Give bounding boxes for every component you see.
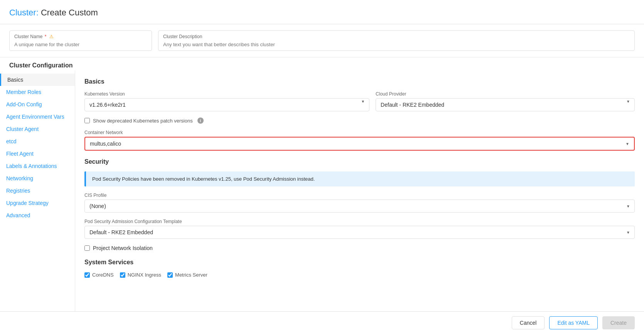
show-deprecated-checkbox[interactable] [84, 118, 90, 123]
sidebar-item-upgrade-strategy[interactable]: Upgrade Strategy [0, 197, 75, 209]
metrics-server-checkbox[interactable] [167, 272, 173, 278]
sidebar-item-labels-annotations[interactable]: Labels & Annotations [0, 160, 75, 172]
k8s-cloud-row: Kubernetes Version v1.26.6+rke2r1 Cloud … [84, 91, 635, 111]
cluster-name-input[interactable] [14, 42, 147, 47]
container-network-label: Container Network [84, 130, 635, 135]
warning-icon: ⚠ [49, 34, 54, 39]
cluster-config-label: Cluster Configuration [0, 57, 644, 70]
security-section-title: Security [84, 158, 635, 165]
security-info-banner: Pod Security Policies have been removed … [84, 171, 635, 186]
project-network-label: Project Network Isolation [93, 245, 153, 251]
sidebar-item-member-roles[interactable]: Member Roles [0, 86, 75, 98]
cloud-provider-wrapper: Cloud Provider Default - RKE2 Embedded [376, 91, 635, 111]
title-suffix: Create Custom [41, 8, 98, 17]
page-title: Cluster: Create Custom [9, 8, 635, 18]
cloud-provider-label: Cloud Provider [376, 91, 635, 97]
cluster-description-input[interactable] [163, 42, 630, 47]
kubernetes-version-label: Kubernetes Version [84, 91, 369, 97]
sidebar-item-basics[interactable]: Basics [0, 74, 75, 86]
security-divider: Security Pod Security Policies have been… [84, 158, 635, 251]
content-area: Basics Member Roles Add-On Config Agent … [0, 70, 644, 311]
coredns-item: CoreDNS [84, 272, 114, 278]
pod-security-label: Pod Security Admission Configuration Tem… [84, 219, 635, 224]
kubernetes-version-select[interactable]: v1.26.6+rke2r1 [84, 98, 369, 111]
title-prefix: Cluster: [9, 8, 39, 17]
page-container: Cluster: Create Custom Cluster Name * ⚠ … [0, 0, 644, 334]
sidebar-item-etcd[interactable]: etcd [0, 135, 75, 148]
project-network-row: Project Network Isolation [84, 245, 635, 251]
cis-profile-wrapper: (None) [84, 200, 635, 213]
nginx-ingress-checkbox[interactable] [120, 272, 125, 278]
cluster-name-field: Cluster Name * ⚠ [9, 30, 152, 51]
edit-yaml-button[interactable]: Edit as YAML [549, 316, 598, 329]
system-services-row: CoreDNS NGINX Ingress Metrics Server [84, 272, 635, 278]
pod-security-group: Pod Security Admission Configuration Tem… [84, 219, 635, 239]
container-network-wrapper: multus,calico [84, 137, 635, 151]
left-panel: Basics Member Roles Add-On Config Agent … [0, 70, 75, 311]
sidebar-item-fleet-agent[interactable]: Fleet Agent [0, 148, 75, 160]
sidebar-item-addon-config[interactable]: Add-On Config [0, 98, 75, 111]
coredns-label: CoreDNS [92, 272, 114, 278]
sidebar-item-agent-env-vars[interactable]: Agent Environment Vars [0, 111, 75, 123]
nginx-ingress-item: NGINX Ingress [120, 272, 161, 278]
metrics-server-label: Metrics Server [175, 272, 207, 278]
cluster-name-box: Cluster Name * ⚠ [9, 30, 152, 51]
cloud-provider-select[interactable]: Default - RKE2 Embedded [376, 98, 635, 111]
show-deprecated-row: Show deprecated Kubernetes patch version… [84, 117, 635, 124]
container-network-select[interactable]: multus,calico [85, 138, 634, 150]
cluster-description-label: Cluster Description [163, 34, 630, 39]
bottom-bar: Cancel Edit as YAML Create [0, 311, 644, 334]
top-form: Cluster Name * ⚠ Cluster Description [0, 24, 644, 57]
system-services-title: System Services [84, 259, 635, 266]
metrics-server-item: Metrics Server [167, 272, 207, 278]
cancel-button[interactable]: Cancel [512, 316, 545, 329]
cluster-description-field: Cluster Description [158, 30, 635, 51]
cis-profile-select[interactable]: (None) [84, 200, 635, 213]
sidebar-item-registries[interactable]: Registries [0, 185, 75, 197]
cis-profile-group: CIS Profile (None) [84, 193, 635, 213]
required-marker: * [45, 34, 47, 39]
sidebar-item-networking[interactable]: Networking [0, 172, 75, 185]
sidebar-item-cluster-agent[interactable]: Cluster Agent [0, 123, 75, 135]
cis-profile-label: CIS Profile [84, 193, 635, 198]
kubernetes-version-wrapper: Kubernetes Version v1.26.6+rke2r1 [84, 91, 369, 111]
nginx-ingress-label: NGINX Ingress [128, 272, 161, 278]
main-content: Basics Kubernetes Version v1.26.6+rke2r1… [75, 70, 644, 311]
pod-security-wrapper: Default - RKE2 Embedded [84, 226, 635, 239]
basics-section-title: Basics [84, 78, 635, 85]
system-services-section: System Services CoreDNS NGINX Ingress Me… [84, 259, 635, 278]
create-button[interactable]: Create [602, 316, 635, 329]
show-deprecated-label: Show deprecated Kubernetes patch version… [93, 118, 193, 124]
info-icon[interactable]: i [197, 117, 204, 124]
cluster-name-label: Cluster Name * ⚠ [14, 34, 147, 39]
cluster-description-box: Cluster Description [158, 30, 635, 51]
page-header: Cluster: Create Custom [0, 0, 644, 24]
coredns-checkbox[interactable] [84, 272, 90, 278]
project-network-checkbox[interactable] [84, 245, 90, 251]
pod-security-select[interactable]: Default - RKE2 Embedded [84, 226, 635, 239]
container-network-group: Container Network multus,calico [84, 130, 635, 151]
sidebar-item-advanced[interactable]: Advanced [0, 209, 75, 222]
